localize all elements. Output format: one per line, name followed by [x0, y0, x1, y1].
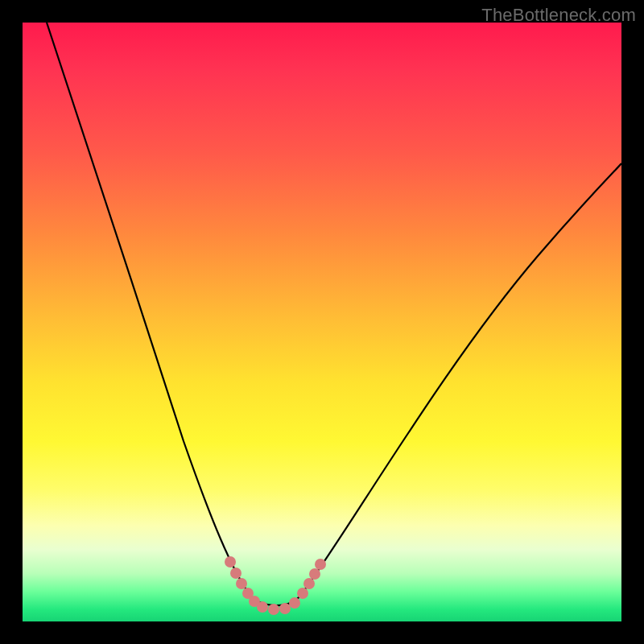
marker-dot [279, 603, 291, 614]
marker-group [225, 556, 326, 615]
marker-dot [289, 597, 300, 609]
marker-dot [303, 578, 315, 589]
marker-dot [297, 588, 308, 599]
marker-dot [315, 559, 326, 570]
marker-dot [268, 604, 279, 615]
marker-dot [230, 568, 242, 579]
plot-area [23, 23, 621, 621]
left-curve [47, 23, 250, 596]
marker-dot [225, 556, 236, 568]
watermark-text: TheBottleneck.com [481, 5, 636, 26]
marker-dot [309, 568, 320, 580]
curve-layer [23, 23, 621, 621]
marker-dot [236, 578, 247, 589]
marker-dot [257, 601, 268, 613]
right-curve [300, 163, 621, 596]
chart-frame: TheBottleneck.com [0, 0, 644, 644]
